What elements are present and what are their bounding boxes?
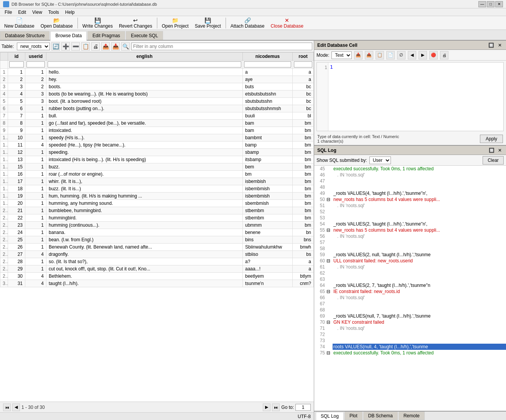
import-button[interactable]: 📥: [111, 42, 120, 51]
save-project-button[interactable]: 💾 Save Project: [192, 17, 224, 29]
close-database-button[interactable]: ✕ Close Database: [268, 17, 306, 29]
edit-cell-float-button[interactable]: 🔲: [487, 43, 495, 48]
cell-null-button[interactable]: ∅: [397, 51, 405, 59]
filter-english[interactable]: Filter: [48, 61, 241, 68]
table-name-select[interactable]: new_roots: [17, 43, 50, 50]
table-row[interactable]: 18191hum, humming. (lit. H/s is making h…: [0, 193, 314, 200]
clear-button[interactable]: Clear: [483, 156, 504, 165]
tab-bar: Database Structure Browse Data Edit Prag…: [0, 30, 506, 41]
bottom-tab-remote[interactable]: Remote: [399, 412, 425, 420]
filter-id[interactable]: Filter: [9, 61, 24, 68]
write-changes-button[interactable]: 💾 Write Changes: [80, 17, 115, 29]
filter-root[interactable]: Filter: [294, 61, 312, 68]
edit-cell-close-button[interactable]: ✕: [497, 43, 503, 48]
table-row[interactable]: 28291cut out, knock off!, quit, stop. (l…: [0, 265, 314, 273]
table-row[interactable]: 29304Bethlehem.beetlyembtlym: [0, 273, 314, 280]
apply-button[interactable]: Apply: [480, 135, 503, 143]
open-database-button[interactable]: 📂 Open Database: [38, 17, 76, 29]
col-root-header[interactable]: root: [293, 53, 314, 61]
close-button[interactable]: ✕: [495, 1, 503, 7]
show-select[interactable]: User: [369, 156, 391, 164]
cell-import-button[interactable]: 📥: [354, 51, 363, 59]
bottom-tab-plot[interactable]: Plot: [344, 412, 363, 420]
sql-log-float-button[interactable]: 🔲: [488, 148, 496, 153]
table-row[interactable]: 771bull.buulibl: [0, 112, 314, 120]
col-id-header[interactable]: id: [8, 53, 25, 61]
menu-file[interactable]: File: [2, 9, 15, 16]
menu-help[interactable]: Help: [62, 9, 78, 16]
print-button[interactable]: 🖨: [91, 42, 100, 51]
bottom-tab-sql-log[interactable]: SQL Log: [316, 412, 344, 420]
refresh-table-button[interactable]: 🔄: [51, 42, 60, 51]
cell-value-textarea[interactable]: 1: [328, 63, 503, 131]
table-row[interactable]: 11114speeded (He...), tipsy (He became..…: [0, 142, 314, 149]
mode-select[interactable]: Text: [331, 51, 352, 59]
revert-changes-button[interactable]: ↩ Revert Changes: [116, 17, 155, 29]
next-page-button[interactable]: ▶: [263, 404, 270, 411]
table-row[interactable]: 21221hummingbird.stbembmbm: [0, 214, 314, 222]
cell-export-button[interactable]: 📤: [365, 51, 373, 59]
table-row[interactable]: 14151buzz.bembm: [0, 163, 314, 171]
goto-input[interactable]: [295, 404, 311, 411]
table-row[interactable]: 19201humming, any humming sound.sbembmis…: [0, 200, 314, 207]
maximize-button[interactable]: □: [487, 1, 494, 7]
filter-input[interactable]: [131, 43, 312, 50]
cell-up-button[interactable]: 🔴: [429, 51, 438, 59]
table-row[interactable]: 12121speeding.sbampbm: [0, 149, 314, 156]
col-english-header[interactable]: english: [46, 53, 243, 61]
table-row[interactable]: 17181buzz. (lit. It is...)isbembmishbm: [0, 185, 314, 193]
table-row[interactable]: 24251bean. (l.w. from Engl.)binsbns: [0, 236, 314, 244]
tab-database-structure[interactable]: Database Structure: [0, 31, 49, 40]
sql-log-toolbar: Show SQL submitted by: User Clear: [314, 155, 506, 166]
menu-edit[interactable]: Edit: [15, 9, 29, 16]
table-row[interactable]: 30314taught (I...h/h).tsunme'ncnm?: [0, 280, 314, 287]
table-row[interactable]: 10101speedy (H/s is...).bambmtbm: [0, 134, 314, 142]
log-line: 56. IN 'roots.sql': [314, 233, 506, 239]
prev-page-button[interactable]: ◀: [12, 404, 20, 411]
new-record-button[interactable]: ➕: [61, 42, 70, 51]
minimize-button[interactable]: —: [478, 1, 486, 7]
cell-print-button[interactable]: 🖨: [440, 51, 448, 59]
table-row[interactable]: 16171whirr. (lit. It is...),isbembishbm: [0, 178, 314, 185]
table-row[interactable]: 26274dragonfly.stbiisobs: [0, 251, 314, 258]
tab-browse-data[interactable]: Browse Data: [50, 31, 87, 41]
table-row[interactable]: 25261Benewah County. (lit. Benewah land,…: [0, 244, 314, 251]
cell-copy-button[interactable]: 📋: [376, 51, 384, 59]
table-row[interactable]: 222hey.ayea: [0, 76, 314, 83]
cell-paste-button[interactable]: 📄: [386, 51, 395, 59]
col-userid-header[interactable]: userid: [25, 53, 46, 61]
menu-tools[interactable]: Tools: [45, 9, 62, 16]
table-row[interactable]: 13131intoxicated (H/s is being...). (lit…: [0, 156, 314, 163]
menu-view[interactable]: View: [29, 9, 45, 16]
duplicate-record-button[interactable]: 📋: [81, 42, 90, 51]
table-row[interactable]: 661rubber boots (putting on...).sbutsbut…: [0, 105, 314, 112]
filter-userid[interactable]: Filter: [26, 61, 45, 68]
open-project-button[interactable]: 📁 Open Project: [159, 17, 191, 29]
first-page-button[interactable]: ⏮: [3, 404, 11, 411]
table-row[interactable]: 20211bumblebee, hummingbird.stbembmbm: [0, 207, 314, 214]
search-button[interactable]: 🔍: [121, 42, 130, 51]
table-row[interactable]: 111hello.aa: [0, 69, 314, 76]
cell-prev-button[interactable]: ◀: [408, 51, 416, 59]
last-page-button[interactable]: ⏭: [272, 404, 280, 411]
table-row[interactable]: 881go (...fast and far), speeded (be...)…: [0, 120, 314, 127]
new-database-button[interactable]: 📄 New Database: [2, 17, 37, 29]
table-row[interactable]: 443boots (to be wearing...). (lit. He is…: [0, 91, 314, 98]
sql-log-close-button[interactable]: ✕: [497, 148, 503, 153]
tab-edit-pragmas[interactable]: Edit Pragmas: [87, 31, 125, 40]
attach-database-button[interactable]: 🔗 Attach Database: [228, 17, 267, 29]
delete-record-button[interactable]: ➖: [71, 42, 80, 51]
table-row[interactable]: 15161roar (...of motor or engine).bmbm: [0, 171, 314, 178]
table-row[interactable]: 22231humming (continuous...).ubmmmbm: [0, 222, 314, 229]
tab-execute-sql[interactable]: Execute SQL: [126, 31, 163, 40]
table-row[interactable]: 332boots.butsbc: [0, 83, 314, 91]
table-row[interactable]: 991intoxicated.bambm: [0, 127, 314, 134]
table-row[interactable]: 27281so. (lit. Is that so?),a?a: [0, 258, 314, 265]
table-row[interactable]: 23241banana.benenebn: [0, 229, 314, 236]
col-nicodemus-header[interactable]: nicodemus: [243, 53, 293, 61]
filter-nicodemus[interactable]: Filter: [244, 61, 291, 68]
bottom-tab-db-schema[interactable]: DB Schema: [363, 412, 398, 420]
cell-next-button[interactable]: ▶: [419, 51, 427, 59]
export-button[interactable]: 📤: [101, 42, 110, 51]
table-row[interactable]: 553boot. (lit. a borrowed root)sbutsbuts…: [0, 98, 314, 105]
